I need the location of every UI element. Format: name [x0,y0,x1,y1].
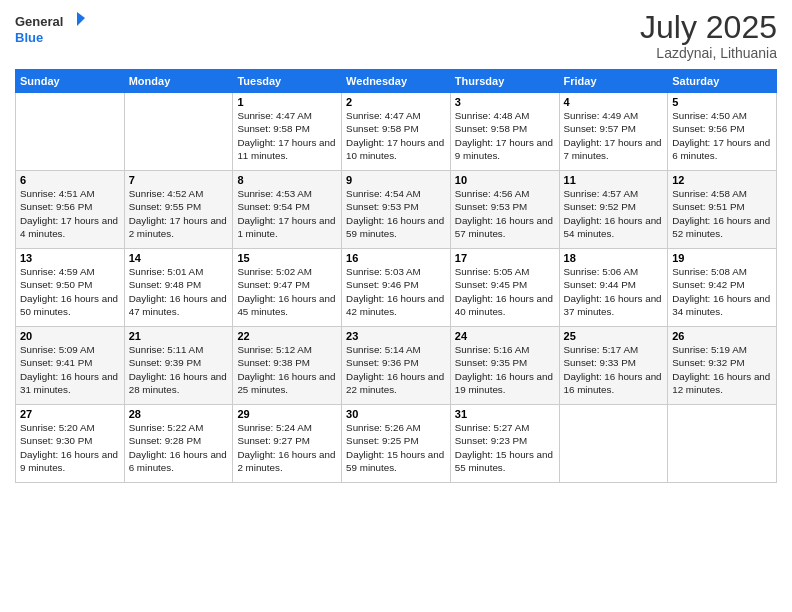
title-block: July 2025 Lazdynai, Lithuania [640,10,777,61]
calendar-cell: 22Sunrise: 5:12 AM Sunset: 9:38 PM Dayli… [233,327,342,405]
page: General Blue July 2025 Lazdynai, Lithuan… [0,0,792,612]
calendar-cell: 19Sunrise: 5:08 AM Sunset: 9:42 PM Dayli… [668,249,777,327]
day-number: 28 [129,408,229,420]
day-info: Sunrise: 5:24 AM Sunset: 9:27 PM Dayligh… [237,421,337,474]
location: Lazdynai, Lithuania [640,45,777,61]
day-info: Sunrise: 4:56 AM Sunset: 9:53 PM Dayligh… [455,187,555,240]
calendar-cell: 26Sunrise: 5:19 AM Sunset: 9:32 PM Dayli… [668,327,777,405]
day-number: 10 [455,174,555,186]
calendar-cell: 12Sunrise: 4:58 AM Sunset: 9:51 PM Dayli… [668,171,777,249]
calendar-cell: 7Sunrise: 4:52 AM Sunset: 9:55 PM Daylig… [124,171,233,249]
day-number: 25 [564,330,664,342]
calendar-cell: 31Sunrise: 5:27 AM Sunset: 9:23 PM Dayli… [450,405,559,483]
day-number: 6 [20,174,120,186]
day-info: Sunrise: 5:11 AM Sunset: 9:39 PM Dayligh… [129,343,229,396]
day-number: 15 [237,252,337,264]
day-number: 26 [672,330,772,342]
calendar-cell [668,405,777,483]
day-number: 18 [564,252,664,264]
day-number: 16 [346,252,446,264]
calendar-cell: 2Sunrise: 4:47 AM Sunset: 9:58 PM Daylig… [342,93,451,171]
day-number: 31 [455,408,555,420]
day-number: 21 [129,330,229,342]
day-number: 5 [672,96,772,108]
month-title: July 2025 [640,10,777,45]
calendar-cell: 17Sunrise: 5:05 AM Sunset: 9:45 PM Dayli… [450,249,559,327]
day-info: Sunrise: 5:02 AM Sunset: 9:47 PM Dayligh… [237,265,337,318]
day-header-saturday: Saturday [668,70,777,93]
day-header-wednesday: Wednesday [342,70,451,93]
day-number: 14 [129,252,229,264]
day-number: 30 [346,408,446,420]
day-number: 7 [129,174,229,186]
calendar-cell: 27Sunrise: 5:20 AM Sunset: 9:30 PM Dayli… [16,405,125,483]
day-number: 20 [20,330,120,342]
calendar-cell: 8Sunrise: 4:53 AM Sunset: 9:54 PM Daylig… [233,171,342,249]
calendar-week-row: 1Sunrise: 4:47 AM Sunset: 9:58 PM Daylig… [16,93,777,171]
calendar-cell: 9Sunrise: 4:54 AM Sunset: 9:53 PM Daylig… [342,171,451,249]
day-info: Sunrise: 4:53 AM Sunset: 9:54 PM Dayligh… [237,187,337,240]
day-number: 12 [672,174,772,186]
svg-text:General: General [15,14,63,29]
day-info: Sunrise: 5:12 AM Sunset: 9:38 PM Dayligh… [237,343,337,396]
logo-svg: General Blue [15,10,85,50]
day-number: 24 [455,330,555,342]
calendar-week-row: 27Sunrise: 5:20 AM Sunset: 9:30 PM Dayli… [16,405,777,483]
calendar-cell: 13Sunrise: 4:59 AM Sunset: 9:50 PM Dayli… [16,249,125,327]
day-number: 1 [237,96,337,108]
day-info: Sunrise: 4:47 AM Sunset: 9:58 PM Dayligh… [237,109,337,162]
day-info: Sunrise: 5:09 AM Sunset: 9:41 PM Dayligh… [20,343,120,396]
day-info: Sunrise: 5:03 AM Sunset: 9:46 PM Dayligh… [346,265,446,318]
day-info: Sunrise: 4:52 AM Sunset: 9:55 PM Dayligh… [129,187,229,240]
day-header-tuesday: Tuesday [233,70,342,93]
day-header-thursday: Thursday [450,70,559,93]
day-header-sunday: Sunday [16,70,125,93]
svg-text:Blue: Blue [15,30,43,45]
day-header-monday: Monday [124,70,233,93]
day-number: 3 [455,96,555,108]
day-info: Sunrise: 4:54 AM Sunset: 9:53 PM Dayligh… [346,187,446,240]
day-number: 13 [20,252,120,264]
calendar-cell: 30Sunrise: 5:26 AM Sunset: 9:25 PM Dayli… [342,405,451,483]
day-number: 27 [20,408,120,420]
day-info: Sunrise: 5:17 AM Sunset: 9:33 PM Dayligh… [564,343,664,396]
calendar-cell: 1Sunrise: 4:47 AM Sunset: 9:58 PM Daylig… [233,93,342,171]
calendar-cell: 18Sunrise: 5:06 AM Sunset: 9:44 PM Dayli… [559,249,668,327]
day-info: Sunrise: 5:01 AM Sunset: 9:48 PM Dayligh… [129,265,229,318]
day-number: 22 [237,330,337,342]
calendar-cell: 23Sunrise: 5:14 AM Sunset: 9:36 PM Dayli… [342,327,451,405]
day-info: Sunrise: 4:48 AM Sunset: 9:58 PM Dayligh… [455,109,555,162]
day-info: Sunrise: 5:06 AM Sunset: 9:44 PM Dayligh… [564,265,664,318]
day-info: Sunrise: 5:22 AM Sunset: 9:28 PM Dayligh… [129,421,229,474]
calendar-cell [124,93,233,171]
calendar-week-row: 6Sunrise: 4:51 AM Sunset: 9:56 PM Daylig… [16,171,777,249]
logo: General Blue [15,10,85,50]
calendar-cell [559,405,668,483]
calendar-cell: 6Sunrise: 4:51 AM Sunset: 9:56 PM Daylig… [16,171,125,249]
calendar-cell: 5Sunrise: 4:50 AM Sunset: 9:56 PM Daylig… [668,93,777,171]
calendar-cell: 25Sunrise: 5:17 AM Sunset: 9:33 PM Dayli… [559,327,668,405]
day-info: Sunrise: 4:59 AM Sunset: 9:50 PM Dayligh… [20,265,120,318]
day-header-friday: Friday [559,70,668,93]
calendar-cell: 3Sunrise: 4:48 AM Sunset: 9:58 PM Daylig… [450,93,559,171]
calendar-cell: 14Sunrise: 5:01 AM Sunset: 9:48 PM Dayli… [124,249,233,327]
calendar-cell: 16Sunrise: 5:03 AM Sunset: 9:46 PM Dayli… [342,249,451,327]
day-info: Sunrise: 5:16 AM Sunset: 9:35 PM Dayligh… [455,343,555,396]
calendar-cell: 21Sunrise: 5:11 AM Sunset: 9:39 PM Dayli… [124,327,233,405]
day-info: Sunrise: 4:47 AM Sunset: 9:58 PM Dayligh… [346,109,446,162]
calendar-cell: 4Sunrise: 4:49 AM Sunset: 9:57 PM Daylig… [559,93,668,171]
header: General Blue July 2025 Lazdynai, Lithuan… [15,10,777,61]
svg-marker-2 [77,12,85,26]
calendar-cell: 29Sunrise: 5:24 AM Sunset: 9:27 PM Dayli… [233,405,342,483]
day-info: Sunrise: 5:26 AM Sunset: 9:25 PM Dayligh… [346,421,446,474]
day-info: Sunrise: 5:20 AM Sunset: 9:30 PM Dayligh… [20,421,120,474]
day-number: 2 [346,96,446,108]
day-info: Sunrise: 4:49 AM Sunset: 9:57 PM Dayligh… [564,109,664,162]
day-info: Sunrise: 4:50 AM Sunset: 9:56 PM Dayligh… [672,109,772,162]
day-number: 19 [672,252,772,264]
day-info: Sunrise: 5:14 AM Sunset: 9:36 PM Dayligh… [346,343,446,396]
calendar: SundayMondayTuesdayWednesdayThursdayFrid… [15,69,777,483]
day-info: Sunrise: 4:58 AM Sunset: 9:51 PM Dayligh… [672,187,772,240]
day-number: 9 [346,174,446,186]
calendar-cell: 11Sunrise: 4:57 AM Sunset: 9:52 PM Dayli… [559,171,668,249]
